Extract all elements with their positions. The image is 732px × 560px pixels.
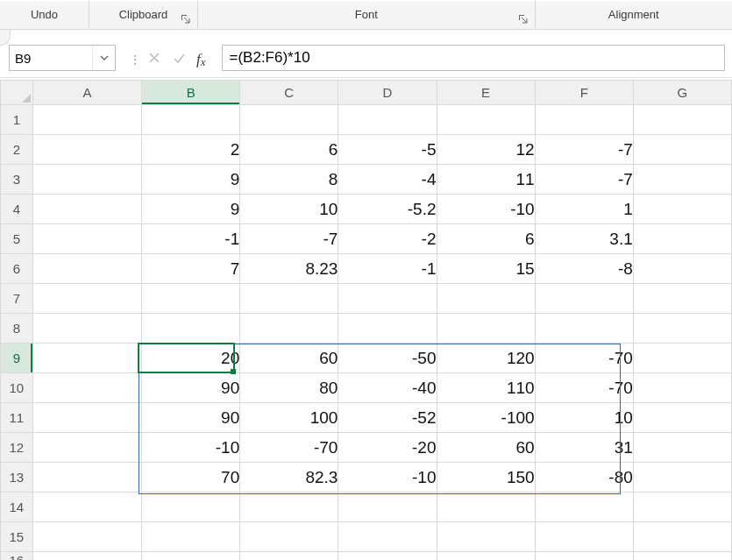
cell-C10[interactable]: 80 [240,373,338,403]
cell-G13[interactable] [633,463,731,493]
cell-F1[interactable] [535,105,633,135]
cell-C5[interactable]: -7 [240,224,338,254]
cell-F10[interactable]: -70 [535,373,633,403]
cell-D13[interactable]: -10 [338,463,437,493]
col-header-G[interactable]: G [633,81,731,105]
row-header-3[interactable]: 3 [1,165,33,195]
cell-C8[interactable] [240,314,338,344]
cell-C1[interactable] [240,105,338,135]
cell-B15[interactable] [142,522,240,552]
cell-B6[interactable]: 7 [142,254,240,284]
cell-A3[interactable] [32,165,141,195]
cell-C15[interactable] [240,522,338,552]
cell-D2[interactable]: -5 [338,135,437,165]
cell-E2[interactable]: 12 [437,135,535,165]
cell-A7[interactable] [32,284,141,314]
cell-D8[interactable] [338,314,437,344]
cell-G6[interactable] [633,254,731,284]
cell-E3[interactable]: 11 [437,165,535,195]
cell-A1[interactable] [32,105,141,135]
cell-G3[interactable] [633,165,731,195]
cell-G4[interactable] [633,195,731,224]
cell-A2[interactable] [32,135,141,165]
cell-F7[interactable] [535,284,633,314]
cell-B5[interactable]: -1 [142,224,240,254]
cell-F3[interactable]: -7 [535,165,633,195]
cell-D4[interactable]: -5.2 [338,195,437,224]
dialog-launcher-icon[interactable] [180,13,192,25]
select-all-corner[interactable] [1,81,33,105]
cell-A11[interactable] [32,403,141,433]
cell-F13[interactable]: -80 [535,463,633,493]
cell-B16[interactable] [142,552,240,561]
cell-G1[interactable] [633,105,731,135]
cell-D3[interactable]: -4 [338,165,437,195]
cell-C12[interactable]: -70 [240,433,338,463]
cell-A8[interactable] [32,314,141,344]
cell-C9[interactable]: 60 [240,344,338,373]
formula-input[interactable] [223,49,724,67]
cell-A10[interactable] [32,373,141,403]
cell-F14[interactable] [535,493,633,522]
cell-G7[interactable] [633,284,731,314]
row-header-8[interactable]: 8 [1,314,33,344]
col-header-D[interactable]: D [338,81,437,105]
row-header-6[interactable]: 6 [1,254,33,284]
cell-E6[interactable]: 15 [437,254,535,284]
row-header-5[interactable]: 5 [1,224,33,254]
cell-G16[interactable] [633,552,731,561]
cell-D15[interactable] [338,522,437,552]
row-header-13[interactable]: 13 [1,463,33,493]
cell-E15[interactable] [437,522,535,552]
row-header-10[interactable]: 10 [1,373,33,403]
cell-D10[interactable]: -40 [338,373,437,403]
cell-G2[interactable] [633,135,731,165]
cell-E5[interactable]: 6 [437,224,535,254]
cell-F11[interactable]: 10 [535,403,633,433]
cell-F5[interactable]: 3.1 [535,224,633,254]
name-box-input[interactable] [10,51,80,66]
cell-A13[interactable] [32,463,141,493]
cell-E14[interactable] [437,493,535,522]
cell-F8[interactable] [535,314,633,344]
cell-B8[interactable] [142,314,240,344]
cell-D6[interactable]: -1 [338,254,437,284]
cell-A12[interactable] [32,433,141,463]
col-header-A[interactable]: A [32,81,141,105]
enter-icon[interactable] [172,51,186,67]
cell-E11[interactable]: -100 [437,403,535,433]
cell-F6[interactable]: -8 [535,254,633,284]
cancel-icon[interactable] [147,51,161,67]
col-header-B[interactable]: B [142,81,240,105]
cell-B1[interactable] [142,105,240,135]
cell-B4[interactable]: 9 [142,195,240,224]
cell-B13[interactable]: 70 [142,463,240,493]
cell-E7[interactable] [437,284,535,314]
cell-E9[interactable]: 120 [437,344,535,373]
cell-A9[interactable] [32,344,141,373]
cell-A5[interactable] [32,224,141,254]
cell-C3[interactable]: 8 [240,165,338,195]
cell-G14[interactable] [633,493,731,522]
formula-input-container[interactable] [222,45,725,71]
fx-icon[interactable]: fx [196,51,206,68]
row-header-11[interactable]: 11 [1,403,33,433]
cell-B2[interactable]: 2 [142,135,240,165]
cell-E1[interactable] [437,105,535,135]
cell-F16[interactable] [535,552,633,561]
row-header-4[interactable]: 4 [1,195,33,224]
cell-G8[interactable] [633,314,731,344]
cell-B3[interactable]: 9 [142,165,240,195]
cell-B11[interactable]: 90 [142,403,240,433]
cell-G10[interactable] [633,373,731,403]
row-header-12[interactable]: 12 [1,433,33,463]
cell-D14[interactable] [338,493,437,522]
cell-G9[interactable] [633,344,731,373]
cell-B7[interactable] [142,284,240,314]
cell-E16[interactable] [437,552,535,561]
cell-C4[interactable]: 10 [240,195,338,224]
cell-C7[interactable] [240,284,338,314]
cell-B12[interactable]: -10 [142,433,240,463]
col-header-F[interactable]: F [535,81,633,105]
cell-G11[interactable] [633,403,731,433]
